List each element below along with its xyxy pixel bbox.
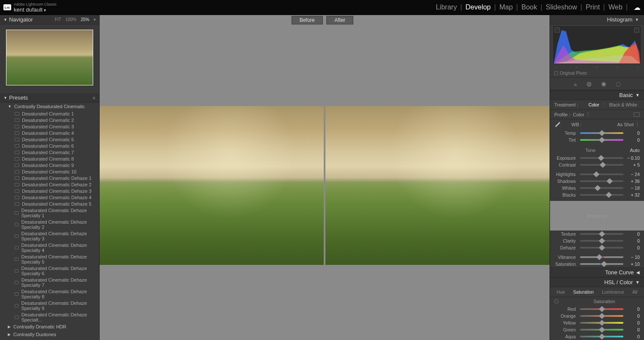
preset-item[interactable]: Desaturated Cinematic 8	[0, 155, 99, 162]
preset-item[interactable]: Desaturated Cinematic Dehaze Specialt...	[0, 311, 99, 323]
preset-item[interactable]: Desaturated Cinematic Dehaze 1	[0, 175, 99, 181]
slider-value[interactable]: 0	[625, 334, 640, 339]
histogram[interactable]	[553, 26, 641, 64]
preset-item[interactable]: Desaturated Cinematic Dehaze 2	[0, 181, 99, 188]
tint-slider[interactable]	[580, 139, 623, 141]
texture-slider[interactable]	[580, 233, 623, 235]
exposure-slider[interactable]	[580, 157, 623, 159]
wb-dropdown[interactable]: As Shot ⋮	[617, 122, 640, 128]
slider-value[interactable]: 0	[625, 131, 640, 136]
red-slider[interactable]	[580, 308, 623, 310]
mask-tool-icon[interactable]: ◌	[616, 80, 621, 87]
original-photo-toggle[interactable]: Original Photo	[550, 69, 644, 78]
shadows-slider[interactable]	[580, 180, 623, 182]
highlight-clip-icon[interactable]	[634, 27, 639, 33]
hsl-header[interactable]: HSL / Color ▼	[550, 277, 644, 287]
preset-item[interactable]: Desaturated Cinematic 3	[0, 123, 99, 130]
slider-value[interactable]: − 18	[625, 185, 640, 191]
before-label[interactable]: Before	[292, 16, 323, 24]
after-image[interactable]	[325, 106, 550, 265]
hsl-tab-luminance[interactable]: Luminance	[600, 289, 626, 295]
aqua-slider[interactable]	[580, 336, 623, 337]
temp-slider[interactable]	[580, 132, 623, 134]
treatment-color[interactable]: Color	[586, 102, 602, 108]
preset-item[interactable]: Desaturated Cinematic Dehaze Specialty 2	[0, 219, 99, 230]
redeye-tool-icon[interactable]: ◉	[601, 80, 606, 87]
slider-value[interactable]: 0	[625, 238, 640, 243]
preset-item[interactable]: Desaturated Cinematic Dehaze Specialty 1	[0, 207, 99, 219]
before-image[interactable]	[100, 106, 324, 265]
saturation-slider[interactable]	[580, 263, 623, 265]
preset-item[interactable]: Desaturated Cinematic 2	[0, 117, 99, 123]
preset-item[interactable]: Desaturated Cinematic 1	[0, 110, 99, 117]
slider-value[interactable]: 0	[625, 313, 640, 319]
preset-item[interactable]: Desaturated Cinematic 4	[0, 130, 99, 136]
preset-item[interactable]: Desaturated Cinematic 10	[0, 168, 99, 175]
hsl-tab-saturation[interactable]: Saturation	[571, 289, 595, 295]
hsl-tab-hue[interactable]: Hue	[555, 289, 567, 295]
slider-value[interactable]: − 24	[625, 172, 640, 177]
yellow-slider[interactable]	[580, 322, 623, 324]
preset-group[interactable]: ▼Contrastly Desaturated Cinematic	[0, 103, 99, 110]
slider-value[interactable]: − 0.10	[625, 155, 640, 161]
hsl-tab-all[interactable]: All	[631, 289, 639, 295]
add-preset-icon[interactable]: +	[92, 94, 96, 101]
highlights-slider[interactable]	[580, 173, 623, 175]
module-library[interactable]: Library	[436, 3, 457, 11]
targeted-adjust-icon[interactable]	[554, 299, 559, 304]
treatment-bw[interactable]: Black & White	[607, 102, 640, 108]
module-develop[interactable]: Develop	[465, 3, 491, 11]
module-map[interactable]: Map	[499, 3, 513, 11]
preset-item[interactable]: Desaturated Cinematic Dehaze Specialty 4	[0, 242, 99, 253]
slider-value[interactable]: 0	[625, 245, 640, 250]
presets-header[interactable]: ▼ Presets +	[0, 93, 99, 103]
crop-tool-icon[interactable]: ⟁	[574, 80, 577, 87]
slider-value[interactable]: 0	[625, 231, 640, 237]
preset-item[interactable]: Desaturated Cinematic Dehaze 4	[0, 194, 99, 200]
preset-item[interactable]: Desaturated Cinematic Dehaze Specialty 6	[0, 265, 99, 276]
vibrance-slider[interactable]	[580, 256, 623, 258]
heal-tool-icon[interactable]: ◍	[586, 80, 592, 87]
slider-value[interactable]: 0	[625, 320, 640, 325]
preset-item[interactable]: Desaturated Cinematic Dehaze Specialty 9	[0, 300, 99, 311]
preset-item[interactable]: Desaturated Cinematic Dehaze Specialty 3	[0, 230, 99, 242]
wb-picker-icon[interactable]	[554, 121, 563, 128]
orange-slider[interactable]	[580, 315, 623, 317]
preset-item[interactable]: Desaturated Cinematic 7	[0, 149, 99, 155]
preset-item[interactable]: Desaturated Cinematic Dehaze Specialty 5	[0, 253, 99, 265]
histogram-header[interactable]: Histogram ▼	[550, 15, 644, 24]
basic-header[interactable]: Basic ▼	[550, 90, 644, 100]
preset-item[interactable]: Desaturated Cinematic 6	[0, 143, 99, 149]
navigator-thumbnail[interactable]	[6, 30, 93, 85]
preset-item[interactable]: Desaturated Cinematic Dehaze Specialty 8	[0, 288, 99, 300]
presets-list[interactable]: ▼Contrastly Desaturated CinematicDesatur…	[0, 103, 99, 340]
profile-dropdown[interactable]: Color ⋮	[573, 112, 590, 117]
profile-browser-icon[interactable]	[634, 112, 640, 117]
cloud-sync-icon[interactable]: ☁	[634, 3, 641, 12]
navigator-header[interactable]: ▼ Navigator FIT 100% 25% ▾	[0, 15, 99, 24]
nav-100[interactable]: 100%	[65, 17, 76, 22]
slider-value[interactable]: + 36	[625, 179, 640, 184]
checkbox-icon[interactable]	[554, 71, 558, 75]
slider-value[interactable]: 0	[625, 137, 640, 143]
user-menu[interactable]: kent dufault	[14, 6, 57, 13]
whites-slider[interactable]	[580, 187, 623, 189]
after-label[interactable]: After	[326, 16, 353, 24]
nav-fit[interactable]: FIT	[55, 17, 61, 22]
slider-value[interactable]: − 10	[625, 255, 640, 260]
module-web[interactable]: Web	[608, 3, 623, 11]
preset-item[interactable]: Desaturated Cinematic 9	[0, 162, 99, 168]
preset-item[interactable]: Desaturated Cinematic Dehaze 5	[0, 200, 99, 207]
preset-item[interactable]: Desaturated Cinematic Dehaze 3	[0, 188, 99, 194]
slider-value[interactable]: 0	[625, 327, 640, 332]
contrast-slider[interactable]	[580, 164, 623, 166]
shadow-clip-icon[interactable]	[555, 27, 560, 33]
preset-item[interactable]: Desaturated Cinematic 5	[0, 136, 99, 143]
module-slideshow[interactable]: Slideshow	[546, 3, 577, 11]
green-slider[interactable]	[580, 329, 623, 331]
preset-group[interactable]: ▶Contrastly Duotones	[0, 331, 99, 338]
preset-item[interactable]: Desaturated Cinematic Dehaze Specialty 7	[0, 276, 99, 288]
nav-25[interactable]: 25%	[81, 17, 89, 22]
clarity-slider[interactable]	[580, 240, 623, 242]
preset-group[interactable]: ▶Contrastly Dramatic HDR	[0, 323, 99, 331]
